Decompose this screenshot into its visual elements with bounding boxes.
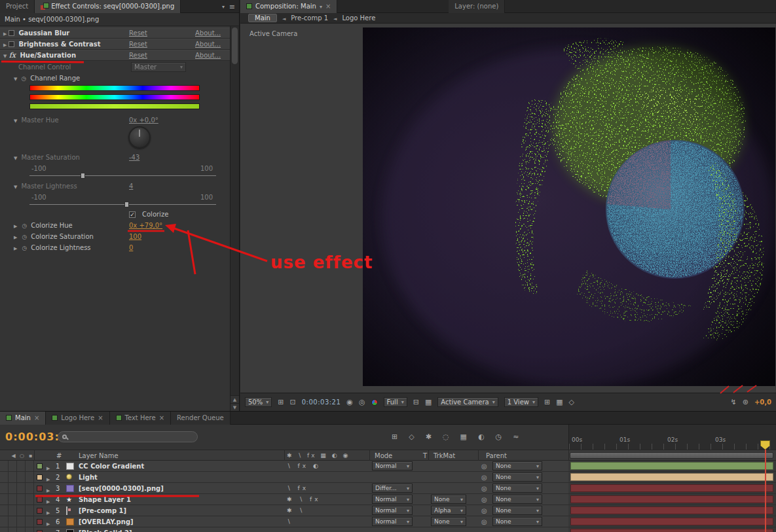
solo-toggle[interactable] (17, 461, 26, 471)
video-toggle[interactable] (0, 494, 9, 505)
snapshot-icon[interactable] (346, 398, 353, 406)
about-link[interactable]: About... (195, 29, 221, 37)
tab-close-icon[interactable] (98, 414, 103, 421)
layer-name[interactable]: CC Color Gradient (79, 463, 144, 470)
colorize-saturation-value[interactable]: 100 (129, 233, 141, 240)
layer-duration-bar[interactable] (570, 529, 773, 532)
reset-link[interactable]: Reset (129, 29, 147, 37)
master-hue-dial[interactable] (128, 126, 151, 149)
channel-range-input-spectrum[interactable] (29, 85, 200, 91)
about-link[interactable]: About... (195, 52, 221, 59)
video-toggle[interactable] (0, 505, 9, 516)
layer-switches[interactable]: ✱ ∖ (287, 507, 305, 514)
pixel-aspect-icon[interactable] (569, 398, 574, 406)
layer-name[interactable]: [Pre-comp 1] (79, 507, 126, 514)
parent-column-header[interactable]: Parent (486, 452, 507, 459)
expand-icon[interactable] (3, 52, 7, 59)
channel-control-select[interactable]: Master (131, 62, 186, 72)
audio-toggle[interactable] (9, 472, 17, 482)
layer-duration-bar[interactable] (570, 484, 773, 492)
pickwhip-icon[interactable] (481, 518, 487, 525)
audio-toggle[interactable] (9, 461, 17, 471)
tab-project[interactable]: Project (0, 0, 35, 13)
blend-mode-select[interactable]: Normal (372, 517, 413, 526)
expand-icon[interactable] (14, 183, 17, 190)
preserve-transparency-column-header[interactable]: T (423, 452, 427, 459)
expand-icon[interactable] (46, 497, 50, 505)
frame-blending-icon[interactable] (460, 433, 467, 441)
prop-master-lightness[interactable]: Master Lightness 4 (0, 181, 230, 192)
expand-icon[interactable] (3, 41, 7, 48)
lock-toggle[interactable] (26, 483, 34, 493)
label-color-chip[interactable] (37, 497, 43, 503)
scroll-up-icon[interactable]: ▲ (231, 395, 239, 403)
tab-composition-main[interactable]: Composition: Main (240, 0, 337, 13)
auto-keyframe-icon[interactable] (496, 433, 502, 441)
composition-mini-flowchart-icon[interactable] (392, 433, 397, 441)
lock-toggle[interactable] (26, 461, 34, 471)
layer-search-input[interactable] (58, 431, 198, 442)
layer-switches[interactable]: ∖ fx (287, 485, 308, 491)
effect-row-hue-saturation[interactable]: fx Hue/Saturation Reset About... (0, 50, 230, 61)
composition-viewer[interactable]: Active Camera (240, 24, 776, 393)
reset-link[interactable]: Reset (129, 41, 147, 48)
lock-toggle[interactable] (26, 516, 34, 527)
exposure-icon[interactable] (743, 398, 748, 406)
breadcrumb-current[interactable]: Main (248, 14, 277, 22)
pickwhip-icon[interactable] (481, 496, 487, 503)
layer-row-4[interactable]: 4 Shape Layer 1 ✱ ∖ fx Normal None None (0, 494, 776, 505)
lock-toggle[interactable] (26, 494, 34, 505)
parent-select[interactable]: None (492, 472, 542, 482)
layer-row-5[interactable]: 5 [Pre-comp 1] ✱ ∖ Normal Alpha None (0, 505, 776, 516)
layer-name[interactable]: [OVERLAY.png] (79, 518, 134, 525)
expand-icon[interactable] (3, 29, 7, 37)
tab-caret-icon[interactable] (320, 3, 322, 10)
solo-toggle[interactable] (17, 527, 26, 532)
solo-toggle[interactable] (17, 516, 26, 527)
audio-toggle[interactable] (9, 505, 17, 516)
active-camera-select[interactable]: Active Camera (437, 397, 498, 407)
layer-name[interactable]: [seqv[0000-0300].png] (79, 485, 164, 492)
layer-switches[interactable]: ∖ (287, 518, 293, 525)
parent-select[interactable]: None (492, 495, 542, 504)
video-toggle[interactable] (0, 483, 9, 493)
layer-duration-bar[interactable] (570, 518, 773, 525)
track-matte-select[interactable]: Alpha (431, 506, 466, 515)
panel-caret-icon[interactable] (222, 3, 225, 10)
timeline-button-icon[interactable] (544, 398, 550, 406)
prop-channel-range[interactable]: Channel Range (0, 73, 230, 84)
comp-flowchart-icon[interactable] (556, 398, 563, 406)
work-area-bar[interactable] (570, 452, 773, 459)
tab-timeline-text-here[interactable]: Text Here (110, 412, 172, 425)
scrollbar-thumb[interactable] (232, 27, 238, 64)
tab-layer-none[interactable]: Layer: (none) (449, 0, 505, 13)
layer-duration-bar[interactable] (570, 495, 773, 503)
expand-icon[interactable] (46, 520, 50, 527)
master-lightness-slider[interactable] (29, 204, 216, 205)
solo-toggle[interactable] (17, 505, 26, 516)
track-matte-select[interactable]: None (431, 517, 466, 526)
expand-icon[interactable] (46, 475, 50, 482)
blend-mode-select[interactable]: Normal (372, 495, 413, 504)
prop-colorize-hue[interactable]: Colorize Hue 0x +79,0° (0, 220, 230, 231)
layer-row-7[interactable]: 7 [Black Solid 2] (0, 527, 776, 532)
audio-toggle[interactable] (9, 527, 17, 532)
lock-toggle[interactable] (26, 472, 34, 482)
master-hue-value[interactable]: 0x +0,0° (129, 116, 158, 124)
mode-column-header[interactable]: Mode (375, 452, 392, 459)
master-saturation-value[interactable]: -43 (129, 154, 139, 161)
layer-name[interactable]: Shape Layer 1 (79, 496, 131, 503)
label-color-chip[interactable] (37, 519, 43, 525)
transparency-grid-icon[interactable] (425, 398, 432, 406)
audio-toggle[interactable] (9, 483, 17, 493)
scroll-down-icon[interactable]: ▼ (231, 403, 239, 411)
prop-colorize-lightness[interactable]: Colorize Lightness 0 (0, 242, 230, 253)
effect-controls-scrollbar[interactable]: ▲ ▼ (230, 26, 239, 411)
resolution-select[interactable]: Full (384, 397, 407, 407)
layer-name[interactable]: [Black Solid 2] (79, 529, 132, 532)
motion-blur-icon[interactable] (478, 433, 485, 441)
layer-name-column-header[interactable]: Layer Name (79, 452, 119, 459)
current-time-indicator-line[interactable] (765, 450, 766, 532)
stopwatch-icon[interactable] (22, 233, 27, 240)
solo-toggle[interactable] (17, 483, 26, 493)
